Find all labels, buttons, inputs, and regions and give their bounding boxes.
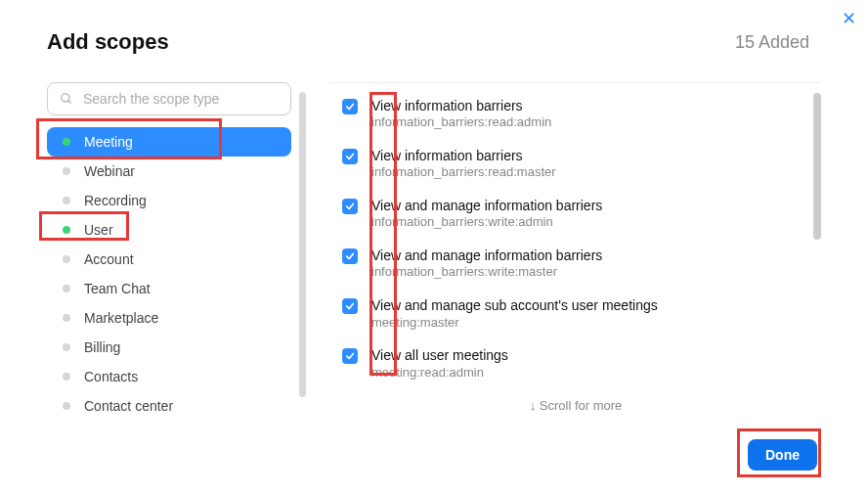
status-dot xyxy=(63,226,70,234)
permission-title: View all user meetings xyxy=(371,346,508,364)
status-dot xyxy=(63,167,70,175)
sidebar-item-billing[interactable]: Billing xyxy=(47,333,291,362)
modal-header: Add scopes 15 Added xyxy=(0,0,868,55)
permission-row: View all user meetingsmeeting:read:admin xyxy=(342,346,821,381)
permission-code: information_barriers:read:master xyxy=(371,164,556,181)
search-icon xyxy=(60,92,73,106)
sidebar-item-label: Billing xyxy=(84,339,120,355)
scrollbar[interactable] xyxy=(299,92,306,397)
sidebar-item-label: Contacts xyxy=(84,369,138,384)
permission-title: View information barriers xyxy=(371,147,556,164)
status-dot xyxy=(63,373,70,381)
status-dot xyxy=(63,402,70,410)
status-dot xyxy=(63,255,70,263)
close-icon[interactable]: ✕ xyxy=(842,10,856,27)
permission-code: information_barriers:write:admin xyxy=(371,214,602,231)
sidebar-item-user[interactable]: User xyxy=(47,215,291,245)
permission-row: View information barriersinformation_bar… xyxy=(342,147,821,181)
permission-checkbox[interactable] xyxy=(342,199,358,214)
permission-code: meeting:master xyxy=(371,315,658,332)
sidebar-item-recording[interactable]: Recording xyxy=(47,186,291,215)
status-dot xyxy=(63,314,70,322)
sidebar-item-team-chat[interactable]: Team Chat xyxy=(47,274,291,303)
permission-row: View and manage information barriersinfo… xyxy=(342,197,821,231)
svg-line-1 xyxy=(68,101,71,104)
status-dot xyxy=(63,285,70,292)
permission-checkbox[interactable] xyxy=(342,348,358,364)
sidebar-item-label: Contact center xyxy=(84,398,173,414)
permission-title: View information barriers xyxy=(371,97,551,114)
scrollbar[interactable] xyxy=(813,93,821,240)
permission-checkbox[interactable] xyxy=(342,298,358,314)
permission-code: meeting:read:admin xyxy=(371,365,508,382)
page-title: Add scopes xyxy=(47,29,169,55)
added-count: 15 Added xyxy=(735,32,809,53)
permission-code: information_barriers:write:master xyxy=(371,264,602,281)
sidebar-item-label: Team Chat xyxy=(84,281,151,296)
sidebar-item-label: Marketplace xyxy=(84,310,158,326)
permissions-panel: View information barriersinformation_bar… xyxy=(330,82,821,421)
sidebar: MeetingWebinarRecordingUserAccountTeam C… xyxy=(47,82,291,421)
sidebar-item-webinar[interactable]: Webinar xyxy=(47,157,291,186)
permission-row: View and manage sub account's user meeti… xyxy=(342,296,821,331)
sidebar-item-label: Webinar xyxy=(84,163,135,179)
sidebar-item-label: Recording xyxy=(84,193,147,208)
sidebar-item-contact-center[interactable]: Contact center xyxy=(47,391,291,421)
permission-title: View and manage information barriers xyxy=(371,247,602,264)
sidebar-item-label: Account xyxy=(84,251,134,267)
permission-row: View information barriersinformation_bar… xyxy=(342,97,821,131)
search-input[interactable] xyxy=(81,90,279,108)
status-dot xyxy=(63,343,70,351)
permission-row: View and manage information barriersinfo… xyxy=(342,247,821,281)
status-dot xyxy=(63,138,70,146)
sidebar-item-contacts[interactable]: Contacts xyxy=(47,362,291,391)
scroll-more: ↓ Scroll for more xyxy=(330,396,821,419)
permission-checkbox[interactable] xyxy=(342,248,358,264)
sidebar-item-label: User xyxy=(84,222,113,238)
done-button[interactable]: Done xyxy=(748,439,817,471)
permission-title: View and manage sub account's user meeti… xyxy=(371,296,658,314)
permission-checkbox[interactable] xyxy=(342,149,358,164)
sidebar-item-account[interactable]: Account xyxy=(47,245,291,274)
sidebar-item-meeting[interactable]: Meeting xyxy=(47,127,291,157)
permission-code: information_barriers:read:admin xyxy=(371,114,551,131)
svg-point-0 xyxy=(62,94,69,102)
sidebar-item-marketplace[interactable]: Marketplace xyxy=(47,303,291,333)
sidebar-item-label: Meeting xyxy=(84,134,133,150)
search-box[interactable] xyxy=(47,82,291,115)
status-dot xyxy=(63,197,70,204)
permission-title: View and manage information barriers xyxy=(371,197,602,214)
permission-checkbox[interactable] xyxy=(342,99,358,114)
